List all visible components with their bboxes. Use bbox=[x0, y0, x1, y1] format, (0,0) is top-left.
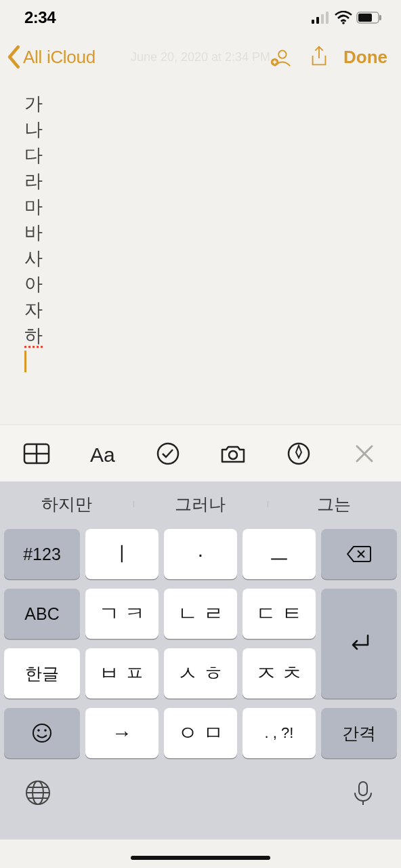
note-line: 나 bbox=[24, 119, 43, 140]
note-body[interactable]: 가 나 다 라 마 바 사 아 자 하 bbox=[0, 50, 401, 425]
return-key[interactable] bbox=[321, 589, 397, 698]
key-bp[interactable]: ㅂ ㅍ bbox=[85, 648, 159, 698]
text-format-icon: Aa bbox=[87, 440, 117, 467]
note-line: 아 bbox=[24, 274, 43, 294]
suggestion-0[interactable]: 하지만 bbox=[0, 493, 133, 515]
svg-point-15 bbox=[229, 451, 237, 459]
svg-point-19 bbox=[44, 729, 47, 732]
key-i[interactable]: ㅣ bbox=[85, 529, 159, 579]
collaborate-button[interactable] bbox=[262, 45, 300, 68]
suggestion-2[interactable]: 그는 bbox=[268, 493, 401, 515]
back-label: All iCloud bbox=[23, 47, 96, 68]
return-icon bbox=[347, 634, 371, 653]
key-eu[interactable]: ㅡ bbox=[242, 529, 316, 579]
svg-rect-3 bbox=[326, 12, 329, 24]
status-time: 2:34 bbox=[24, 8, 56, 27]
backspace-icon bbox=[347, 545, 371, 563]
cellular-icon bbox=[312, 12, 331, 24]
key-om[interactable]: ㅇ ㅁ bbox=[164, 708, 237, 758]
svg-rect-0 bbox=[312, 20, 314, 24]
svg-point-17 bbox=[33, 724, 51, 742]
pen-circle-icon bbox=[284, 440, 314, 467]
note-line: 가 bbox=[24, 94, 43, 114]
checklist-button[interactable] bbox=[135, 440, 200, 467]
key-dot[interactable]: · bbox=[164, 529, 237, 579]
svg-rect-23 bbox=[359, 782, 367, 795]
svg-rect-1 bbox=[316, 17, 319, 24]
key-sh[interactable]: ㅅ ㅎ bbox=[164, 648, 237, 698]
numbers-key[interactable]: #123 bbox=[4, 529, 80, 579]
svg-point-18 bbox=[37, 729, 40, 732]
note-line: 라 bbox=[24, 171, 43, 191]
markup-button[interactable] bbox=[266, 440, 332, 467]
backspace-key[interactable] bbox=[321, 529, 397, 579]
note-line: 사 bbox=[24, 248, 43, 269]
globe-icon bbox=[24, 779, 51, 806]
emoji-key[interactable] bbox=[4, 708, 80, 758]
home-indicator[interactable] bbox=[131, 856, 270, 860]
battery-icon bbox=[356, 12, 382, 24]
emoji-icon bbox=[31, 722, 53, 744]
svg-point-4 bbox=[342, 22, 345, 24]
table-icon bbox=[22, 440, 51, 467]
key-jch[interactable]: ㅈ ㅊ bbox=[242, 648, 316, 698]
note-line: 하 bbox=[24, 326, 43, 348]
checkmark-circle-icon bbox=[153, 440, 183, 467]
camera-button[interactable] bbox=[200, 440, 266, 467]
key-punct[interactable]: . , ?! bbox=[242, 708, 316, 758]
chevron-left-icon bbox=[7, 45, 22, 68]
hangul-key[interactable]: 한글 bbox=[4, 648, 80, 698]
space-key[interactable]: 간격 bbox=[321, 708, 397, 758]
key-nr[interactable]: ㄴ ㄹ bbox=[164, 589, 237, 639]
key-gk[interactable]: ㄱ ㅋ bbox=[85, 589, 159, 639]
status-right bbox=[312, 11, 382, 24]
dictation-button[interactable] bbox=[350, 779, 377, 809]
note-line: 자 bbox=[24, 300, 43, 320]
note-line: 바 bbox=[24, 222, 43, 243]
done-button[interactable]: Done bbox=[343, 47, 387, 68]
suggestion-1[interactable]: 그러나 bbox=[133, 493, 267, 515]
share-button[interactable] bbox=[300, 45, 338, 68]
share-icon bbox=[308, 45, 331, 68]
format-button[interactable]: Aa bbox=[70, 440, 135, 467]
close-icon bbox=[354, 443, 375, 464]
svg-rect-7 bbox=[379, 15, 381, 20]
note-line: 다 bbox=[24, 145, 43, 165]
key-arrow[interactable]: → bbox=[85, 708, 159, 758]
table-button[interactable] bbox=[4, 440, 70, 467]
key-dt[interactable]: ㄷ ㅌ bbox=[242, 589, 316, 639]
globe-button[interactable] bbox=[24, 779, 51, 809]
svg-rect-2 bbox=[321, 14, 324, 24]
note-line: 마 bbox=[24, 197, 43, 217]
person-add-icon bbox=[270, 45, 293, 68]
abc-key[interactable]: ABC bbox=[4, 589, 80, 639]
back-button[interactable]: All iCloud bbox=[7, 45, 96, 68]
svg-rect-6 bbox=[358, 14, 372, 22]
text-cursor bbox=[24, 351, 26, 372]
close-toolbar-button[interactable] bbox=[331, 443, 397, 464]
svg-point-8 bbox=[278, 51, 286, 58]
wifi-icon bbox=[335, 11, 352, 24]
mic-icon bbox=[350, 779, 377, 806]
svg-text:Aa: Aa bbox=[90, 443, 115, 466]
camera-icon bbox=[218, 440, 248, 467]
